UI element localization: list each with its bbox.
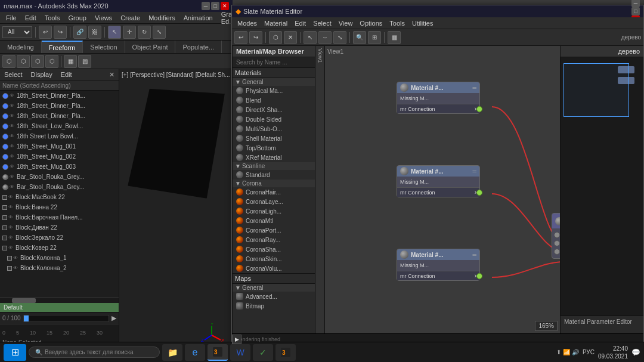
mat-node-4-in-port-2[interactable] xyxy=(554,240,560,246)
list-item[interactable]: 👁 18th Street Low Bowl... xyxy=(0,131,119,141)
mat-item-blend[interactable]: Blend xyxy=(233,95,315,105)
mat-node-2-menu[interactable]: ═ xyxy=(473,168,476,174)
freeform-btn-3[interactable]: ⬡ xyxy=(31,55,44,68)
move-button[interactable]: ✛ xyxy=(123,26,136,39)
freeform-btn-2[interactable]: ⬡ xyxy=(17,55,30,68)
mat-node-2-out-port[interactable] xyxy=(476,190,482,196)
freeform-btn-1[interactable]: ⬡ xyxy=(2,55,16,68)
animation-progress[interactable] xyxy=(23,315,109,322)
menu-animation[interactable]: Animation xyxy=(180,13,216,23)
scene-panel-close[interactable]: ✕ xyxy=(107,70,116,79)
freeform-btn-6[interactable]: ▨ xyxy=(78,55,91,68)
mat-item-coronavolu[interactable]: CoronaVolu... xyxy=(233,264,315,273)
mat-item-coronalight[interactable]: CoronaLigh... xyxy=(233,206,315,216)
scale-button[interactable]: ⤡ xyxy=(153,26,166,39)
scene-menu-display[interactable]: Display xyxy=(29,70,54,79)
mat-item-coronalaye[interactable]: CoronaLaye... xyxy=(233,197,315,206)
freeform-btn-5[interactable]: ▦ xyxy=(64,55,77,68)
slate-menu-edit[interactable]: Edit xyxy=(292,18,309,28)
collapse-corona-icon[interactable]: ▼ xyxy=(235,180,241,187)
redo-button[interactable]: ↪ xyxy=(54,26,67,39)
list-item[interactable]: 👁 18th_Street_Mug_001 xyxy=(0,141,119,151)
slate-btn-5[interactable]: ↖ xyxy=(304,31,317,44)
slate-maximize-button[interactable]: □ xyxy=(631,7,640,16)
menu-modifiers[interactable]: Modifiers xyxy=(145,13,179,23)
mat-node-3[interactable]: Material #... ═ Missing M... mr Connecti… xyxy=(397,249,480,281)
mat-item-shell[interactable]: Shell Material xyxy=(233,134,315,143)
slate-menu-select[interactable]: Select xyxy=(310,18,335,28)
undo-button[interactable]: ↩ xyxy=(39,26,52,39)
mat-node-4[interactable]: Material #26 Multi/Sub-... ═ (1) xyxy=(552,213,560,259)
list-item[interactable]: 👁 Block:Ковер 22 xyxy=(0,243,119,253)
list-item[interactable]: 👁 18th_Street_Mug_002 xyxy=(0,151,119,162)
mat-node-3-out-port[interactable] xyxy=(476,273,482,279)
tab-object-paint[interactable]: Object Paint xyxy=(125,41,176,53)
collapse-scanline-icon[interactable]: ▼ xyxy=(235,163,241,169)
slate-menu-material[interactable]: Material xyxy=(261,18,290,28)
list-item[interactable]: 👁 Block:MacBook 22 xyxy=(0,192,119,202)
mat-item-directx[interactable]: DirectX Sha... xyxy=(233,105,315,115)
select-button[interactable]: ↖ xyxy=(108,26,121,39)
unlink-button[interactable]: ⛓ xyxy=(88,26,101,39)
collapse-maps-icon[interactable]: ▼ xyxy=(235,284,241,291)
list-item[interactable]: 👁 Block:Ванна 22 xyxy=(0,202,119,212)
slate-btn-8[interactable]: 🔍 xyxy=(353,31,366,44)
mat-item-topbottom[interactable]: Top/Bottom xyxy=(233,143,315,153)
mat-item-advanced[interactable]: Advanced... xyxy=(233,292,315,301)
graph-area[interactable]: View1 Material #... ═ xyxy=(325,46,560,333)
mat-item-coronaskin[interactable]: CoronaSkin... xyxy=(233,254,315,264)
tab-selection[interactable]: Selection xyxy=(83,41,125,53)
start-button[interactable]: ⊞ xyxy=(4,344,26,361)
mat-item-coronaray[interactable]: CoronaRay... xyxy=(233,235,315,245)
taskbar-search-box[interactable]: 🔍 Введите здесь текст для поиска xyxy=(29,346,160,358)
mat-item-double[interactable]: Double Sided xyxy=(233,115,315,124)
menu-views[interactable]: Views xyxy=(91,13,116,23)
mat-node-1-menu[interactable]: ═ xyxy=(473,85,476,91)
slate-menu-options[interactable]: Options xyxy=(357,18,385,28)
list-item[interactable]: 👁 18th_Street_Dinner_Pla... xyxy=(0,91,119,101)
slate-menu-utilities[interactable]: Utilities xyxy=(409,18,436,28)
minimize-button[interactable]: ─ xyxy=(202,2,210,10)
mat-search-input[interactable] xyxy=(233,57,315,68)
link-button[interactable]: 🔗 xyxy=(73,26,86,39)
menu-file[interactable]: File xyxy=(2,13,20,23)
slate-menu-modes[interactable]: Modes xyxy=(234,18,260,28)
taskbar-app-3dsmax[interactable]: 3 xyxy=(208,344,228,361)
list-item[interactable]: 👁 18th_Street_Dinner_Pla... xyxy=(0,111,119,121)
slate-btn-1[interactable]: ↩ xyxy=(234,31,247,44)
mat-node-4-in-port-3[interactable] xyxy=(554,249,560,255)
taskbar-app-explorer[interactable]: 📁 xyxy=(162,344,182,361)
list-item[interactable]: 👁 Block:Колонна_2 xyxy=(0,263,119,273)
list-item[interactable]: 👁 Block:Диван 22 xyxy=(0,222,119,233)
list-item[interactable]: 👁 18th_Street_Mug_003 xyxy=(0,162,119,172)
list-item[interactable]: 👁 Block:Варочная Панел... xyxy=(0,212,119,222)
mat-node-2[interactable]: Material #... ═ Missing M... mr Connecti… xyxy=(397,165,480,197)
mat-item-multi[interactable]: Multi/Sub-O... xyxy=(233,124,315,134)
mat-item-coronaport[interactable]: CoronaPort... xyxy=(233,225,315,235)
mat-item-physical[interactable]: Physical Ma... xyxy=(233,86,315,95)
scene-menu-select[interactable]: Select xyxy=(2,70,24,79)
slate-menu-view[interactable]: View xyxy=(336,18,356,28)
menu-create[interactable]: Create xyxy=(117,13,144,23)
list-item[interactable]: 👁 Block:Зеркало 22 xyxy=(0,233,119,243)
mat-item-coronamtl[interactable]: CoronaMtl xyxy=(233,216,315,225)
mat-item-bitmap[interactable]: Bitmap xyxy=(233,301,315,311)
scene-scrollbar-h[interactable] xyxy=(0,297,119,303)
slate-btn-3[interactable]: ⬡ xyxy=(269,31,282,44)
menu-edit[interactable]: Edit xyxy=(21,13,40,23)
tab-populate[interactable]: Populate... xyxy=(175,41,222,53)
collapse-general-icon[interactable]: ▼ xyxy=(235,79,241,85)
mat-item-coronasha[interactable]: CoronaSha... xyxy=(233,245,315,254)
animation-thumb[interactable] xyxy=(24,315,29,321)
menu-tools[interactable]: Tools xyxy=(41,13,64,23)
slate-btn-7[interactable]: ⤡ xyxy=(333,31,346,44)
rotate-button[interactable]: ↻ xyxy=(138,26,151,39)
viewport-canvas[interactable]: [+] [Perspective] [Standard] [Default Sh… xyxy=(119,69,233,362)
list-item[interactable]: 👁 Bar_Stool_Rouka_Grey... xyxy=(0,172,119,182)
mat-node-1-out-port[interactable] xyxy=(476,106,482,112)
slate-btn-10[interactable]: ▦ xyxy=(388,31,401,44)
list-item[interactable]: 👁 Bar_Stool_Rouka_Grey... xyxy=(0,182,119,192)
menu-group[interactable]: Group xyxy=(64,13,90,23)
mat-item-coronahair[interactable]: CoronaHair... xyxy=(233,187,315,197)
mat-item-standard[interactable]: Standard xyxy=(233,170,315,180)
